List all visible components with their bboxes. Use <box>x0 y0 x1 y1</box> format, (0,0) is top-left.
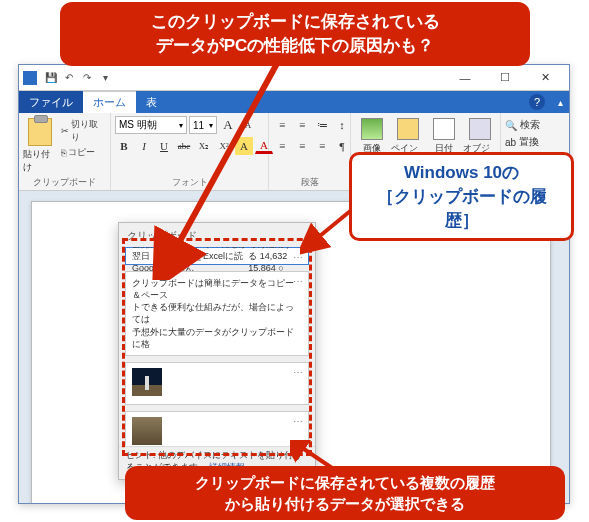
paste-button[interactable]: 貼り付け <box>23 116 56 175</box>
app-icon <box>23 71 37 85</box>
align-center-button[interactable]: ≡ <box>293 137 311 155</box>
search-icon: 🔍 <box>505 120 517 131</box>
clip-text-line: トできる便利な仕組みだが、場合によっては <box>132 301 302 325</box>
ribbon-group-font-label: フォント <box>115 175 264 189</box>
italic-button[interactable]: I <box>135 137 153 155</box>
line-spacing-button[interactable]: ↕ <box>333 116 351 134</box>
clipboard-item[interactable]: ⋯ 公開日 翌日 Google PDFファイルにしかない表をExcelに読み込ん… <box>125 247 309 265</box>
annotation-label-blue: Windows 10の［クリップボードの履歴］ <box>349 152 574 241</box>
tab-file[interactable]: ファイル <box>19 91 83 113</box>
scissors-icon: ✂ <box>61 126 69 136</box>
item-menu-icon[interactable]: ⋯ <box>293 366 303 380</box>
justify-button[interactable]: ¶ <box>333 137 351 155</box>
item-menu-icon[interactable]: ⋯ <box>293 251 303 265</box>
calendar-icon <box>433 118 455 140</box>
clip-image-thumb <box>132 368 162 396</box>
minimize-button[interactable]: — <box>445 65 485 91</box>
copy-button[interactable]: ⎘コピー <box>61 146 104 159</box>
ribbon-group-paragraph-label: 段落 <box>273 175 346 189</box>
item-menu-icon[interactable]: ⋯ <box>293 275 303 289</box>
qat-save-icon[interactable]: 💾 <box>43 70 59 86</box>
increase-indent-button[interactable]: ≡ <box>293 116 311 134</box>
annotation-top: このクリップボードに保存されているデータがPCの性能低下の原因かも？ <box>60 2 530 66</box>
paste-label: 貼り付け <box>23 148 56 174</box>
find-button[interactable]: 🔍検索 <box>505 118 547 132</box>
shrink-font-button[interactable]: A <box>239 116 257 134</box>
decrease-indent-button[interactable]: ≡ <box>273 116 291 134</box>
align-right-button[interactable]: ≡ <box>313 137 331 155</box>
maximize-button[interactable]: ☐ <box>485 65 525 91</box>
clipboard-history-panel: クリップボード ⋯ 公開日 翌日 Google PDFファイルにしかない表をEx… <box>118 222 316 480</box>
clipboard-item[interactable]: ⋯ クリップボードは簡単にデータをコピー＆ペース トできる便利な仕組みだが、場合… <box>125 271 309 356</box>
clipboard-item[interactable]: ⋯ <box>125 411 309 446</box>
font-name-select[interactable]: MS 明朝▾ <box>115 116 187 134</box>
bullets-button[interactable]: ≔ <box>313 116 331 134</box>
ribbon-group-clipboard-label: クリップボード <box>23 175 106 189</box>
quick-access-toolbar: 💾 ↶ ↷ ▾ <box>43 70 113 86</box>
qat-redo-icon[interactable]: ↷ <box>79 70 95 86</box>
cut-button[interactable]: ✂切り取り <box>61 118 104 144</box>
image-icon <box>361 118 383 140</box>
underline-button[interactable]: U <box>155 137 173 155</box>
ribbon-group-clipboard: 貼り付け ✂切り取り ⎘コピー クリップボード <box>19 113 111 190</box>
replace-button[interactable]: ab置換 <box>505 135 547 149</box>
subscript-button[interactable]: X₂ <box>195 137 213 155</box>
item-menu-icon[interactable]: ⋯ <box>293 415 303 429</box>
clip-text-line: 予想外に大量のデータがクリップボードに格 <box>132 326 302 350</box>
bold-button[interactable]: B <box>115 137 133 155</box>
grow-font-button[interactable]: A <box>219 116 237 134</box>
collapse-ribbon-icon[interactable]: ▴ <box>551 91 569 113</box>
qat-dropdown-icon[interactable]: ▾ <box>97 70 113 86</box>
clipboard-items-list: ⋯ 公開日 翌日 Google PDFファイルにしかない表をExcelに読み込ん… <box>119 247 315 446</box>
replace-icon: ab <box>505 137 516 148</box>
clip-image-thumb <box>132 417 162 445</box>
font-size-select[interactable]: 11▾ <box>189 116 217 134</box>
clip-text-line: クリップボードは簡単にデータをコピー＆ペース <box>132 277 302 301</box>
align-left-button[interactable]: ≡ <box>273 137 291 155</box>
ribbon-tabs: ファイル ホーム 表 ? ▴ <box>19 91 569 113</box>
annotation-bottom: クリップボードに保存されている複数の履歴から貼り付けるデータが選択できる <box>125 466 565 520</box>
tab-home[interactable]: ホーム <box>83 91 136 113</box>
superscript-button[interactable]: X² <box>215 137 233 155</box>
highlight-button[interactable]: A <box>235 137 253 155</box>
clipboard-panel-title: クリップボード <box>119 223 315 247</box>
paint-icon <box>397 118 419 140</box>
strike-button[interactable]: abe <box>175 137 193 155</box>
qat-undo-icon[interactable]: ↶ <box>61 70 77 86</box>
clipboard-item[interactable]: ⋯ <box>125 362 309 405</box>
ribbon-group-paragraph: ≡ ≡ ≔ ↕ ≡ ≡ ≡ ¶ 段落 <box>269 113 351 190</box>
help-button[interactable]: ? <box>529 94 545 110</box>
copy-icon: ⎘ <box>61 148 66 158</box>
titlebar: 💾 ↶ ↷ ▾ — ☐ ✕ <box>19 65 569 91</box>
ribbon-group-font: MS 明朝▾ 11▾ A A B I U abe X₂ X² A A フォント <box>111 113 269 190</box>
tab-view-truncated[interactable]: 表 <box>136 91 167 113</box>
object-icon <box>469 118 491 140</box>
close-button[interactable]: ✕ <box>525 65 565 91</box>
paste-icon <box>28 118 52 146</box>
